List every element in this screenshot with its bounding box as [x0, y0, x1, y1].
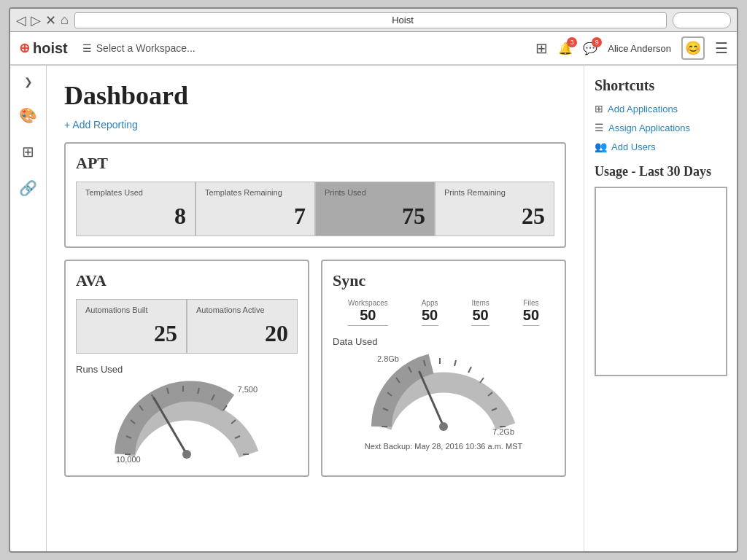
- templates-used-box: Templates Used 8: [76, 182, 196, 236]
- shortcuts-title: Shortcuts: [595, 77, 727, 94]
- window-title: Hoist: [392, 15, 414, 26]
- prints-used-box: Prints Used 75: [315, 182, 435, 236]
- assign-applications-shortcut[interactable]: ☰ Assign Applications: [595, 122, 727, 133]
- templates-remaining-value: 7: [205, 203, 306, 230]
- automations-built-box: Automations Built 25: [76, 299, 187, 354]
- sync-apps-value: 50: [422, 307, 438, 326]
- ava-card: AVA Automations Built 25 Automations Act…: [64, 260, 309, 477]
- logo-text: hoist: [33, 40, 68, 57]
- home-button[interactable]: ⌂: [61, 12, 69, 28]
- apt-title: APT: [76, 154, 554, 173]
- notifications-badge: 3: [567, 37, 577, 47]
- right-panel: Shortcuts ⊞ Add Applications ☰ Assign Ap…: [584, 66, 737, 551]
- data-low-label: 2.8Gb: [377, 354, 399, 363]
- user-name: Alice Anderson: [608, 43, 671, 54]
- assign-applications-icon: ☰: [595, 122, 604, 133]
- search-bar[interactable]: [673, 12, 731, 28]
- title-bar: ◁ ▷ ✕ ⌂ Hoist: [10, 9, 737, 32]
- templates-remaining-box: Templates Remaining 7: [196, 182, 315, 236]
- ava-title: AVA: [76, 271, 298, 290]
- automations-built-label: Automations Built: [85, 306, 177, 314]
- logo: ⊕ hoist: [19, 40, 68, 57]
- prints-remaining-box: Prints Remaining 25: [435, 182, 554, 236]
- sidebar-item-links[interactable]: 🔗: [16, 176, 40, 200]
- workspace-selector[interactable]: ☰ Select a Workspace...: [82, 42, 196, 54]
- prints-used-label: Prints Used: [325, 188, 425, 197]
- notifications-bell[interactable]: 🔔 3: [558, 42, 573, 55]
- add-users-icon: 👥: [595, 141, 607, 152]
- add-applications-icon: ⊞: [595, 103, 603, 114]
- back-button[interactable]: ◁: [16, 12, 26, 28]
- sync-title: Sync: [333, 271, 554, 290]
- main-menu-icon[interactable]: ☰: [715, 39, 728, 57]
- add-applications-link[interactable]: Add Applications: [608, 104, 678, 114]
- assign-applications-link[interactable]: Assign Applications: [608, 122, 690, 133]
- forward-button[interactable]: ▷: [31, 12, 41, 28]
- logo-icon: ⊕: [19, 40, 30, 56]
- prints-used-value: 75: [325, 203, 425, 230]
- svg-line-22: [454, 360, 456, 366]
- sync-workspaces-label: Workspaces: [348, 299, 388, 307]
- runs-gauge-container: Runs Used: [76, 364, 298, 465]
- messages-badge: 9: [592, 37, 602, 47]
- data-gauge-container: Data Used: [333, 336, 554, 451]
- sidebar-toggle[interactable]: ❯: [21, 73, 36, 90]
- automations-built-value: 25: [85, 320, 177, 347]
- sync-files: Files 50: [523, 299, 539, 326]
- add-applications-shortcut[interactable]: ⊞ Add Applications: [595, 103, 727, 114]
- add-users-link[interactable]: Add Users: [611, 141, 656, 152]
- sync-items-label: Items: [471, 299, 489, 307]
- sync-stats-row: Workspaces 50 Apps 50 Items 50 Files: [333, 299, 554, 326]
- sync-workspaces-value: 50: [348, 307, 388, 326]
- gauge-max-label: 7,500: [237, 385, 258, 394]
- templates-used-label: Templates Used: [85, 188, 186, 197]
- sync-apps: Apps 50: [422, 299, 438, 326]
- sync-apps-label: Apps: [422, 299, 438, 307]
- ava-stats-row: Automations Built 25 Automations Active …: [76, 299, 298, 354]
- apt-stats-row: Templates Used 8 Templates Remaining 7 P…: [76, 182, 554, 236]
- automations-active-value: 20: [196, 320, 288, 347]
- sync-files-value: 50: [523, 307, 539, 326]
- app-navbar: ⊕ hoist ☰ Select a Workspace... ⊞ 🔔 3 💬 …: [10, 32, 737, 66]
- data-used-label: Data Used: [333, 336, 377, 347]
- nav-right: ⊞ 🔔 3 💬 9 Alice Anderson 😊 ☰: [535, 36, 728, 60]
- two-col-section: AVA Automations Built 25 Automations Act…: [64, 260, 566, 489]
- close-button[interactable]: ✕: [45, 12, 56, 28]
- page-title: Dashboard: [64, 80, 566, 111]
- hamburger-menu-icon: ☰: [82, 42, 92, 54]
- sidebar-item-grid[interactable]: ⊞: [19, 140, 37, 163]
- templates-used-value: 8: [85, 203, 186, 230]
- sidebar-item-palette[interactable]: 🎨: [16, 104, 40, 127]
- add-users-shortcut[interactable]: 👥 Add Users: [595, 141, 727, 152]
- workspace-label: Select a Workspace...: [96, 42, 196, 54]
- svg-point-14: [182, 450, 191, 459]
- main-layout: ❯ 🎨 ⊞ 🔗 Dashboard + Add Reporting APT Te…: [10, 66, 737, 551]
- usage-title: Usage - Last 30 Days: [595, 164, 727, 179]
- data-high-label: 7.2Gb: [492, 427, 514, 436]
- next-backup-text: Next Backup: May 28, 2016 10:36 a.m. MST: [365, 442, 522, 451]
- sync-items-value: 50: [471, 307, 489, 326]
- url-bar[interactable]: [74, 12, 667, 28]
- svg-point-29: [439, 422, 448, 431]
- runs-label: Runs Used: [76, 364, 123, 375]
- grid-icon[interactable]: ⊞: [535, 39, 548, 57]
- browser-controls: ◁ ▷ ✕ ⌂: [16, 12, 69, 28]
- prints-remaining-label: Prints Remaining: [444, 188, 545, 197]
- add-reporting-link[interactable]: + Add Reporting: [64, 119, 138, 131]
- automations-active-box: Automations Active 20: [187, 299, 298, 354]
- messages-icon[interactable]: 💬 9: [583, 42, 597, 55]
- sidebar: ❯ 🎨 ⊞ 🔗: [10, 66, 47, 551]
- usage-chart: [595, 187, 727, 376]
- svg-line-24: [480, 378, 484, 383]
- templates-remaining-label: Templates Remaining: [205, 188, 306, 197]
- gauge-min-label: 10,000: [116, 455, 141, 464]
- apt-card: APT Templates Used 8 Templates Remaining…: [64, 142, 566, 248]
- automations-active-label: Automations Active: [196, 306, 288, 314]
- sync-files-label: Files: [523, 299, 539, 307]
- prints-remaining-value: 25: [444, 203, 545, 230]
- sync-card: Sync Workspaces 50 Apps 50 Items 50: [321, 260, 566, 477]
- window-frame: ◁ ▷ ✕ ⌂ Hoist ⊕ hoist ☰ Select a Workspa…: [9, 7, 738, 553]
- sync-workspaces: Workspaces 50: [348, 299, 388, 326]
- avatar[interactable]: 😊: [681, 36, 705, 60]
- data-gauge-svg: [367, 350, 520, 438]
